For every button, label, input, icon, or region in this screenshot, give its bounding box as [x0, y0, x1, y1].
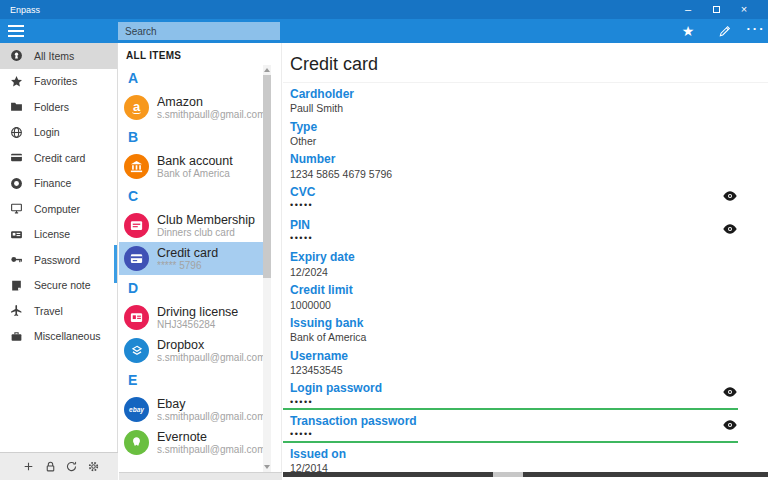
list-item-ebay[interactable]: ebay Ebay s.smithpaull@gmail.com: [119, 393, 263, 426]
detail-horizontal-scrollbar-track-gap: [493, 472, 523, 477]
reveal-eye-icon[interactable]: [722, 223, 738, 235]
sidebar: All Items Favorites Folders Login Credit…: [0, 43, 118, 452]
list-item-amazon[interactable]: a Amazon s.smithpaull@gmail.com: [119, 91, 263, 124]
field-cvc: CVC •••••: [290, 185, 738, 218]
scrollbar-up-arrow[interactable]: [264, 68, 270, 72]
field-issuing-bank: Issuing bank Bank of America: [290, 316, 738, 349]
field-value: Paull Smith: [290, 102, 738, 115]
item-title: Club Membership: [157, 213, 255, 227]
sidebar-item-label: Password: [34, 254, 80, 266]
note-icon: [10, 279, 23, 292]
sidebar-item-label: Credit card: [34, 152, 85, 164]
field-value: 1000000: [290, 299, 738, 312]
item-subtitle: s.smithpaull@gmail.com: [157, 352, 263, 364]
field-label: Issued on: [290, 447, 738, 461]
item-title: Dropbox: [157, 338, 263, 352]
item-subtitle: Bank of America: [157, 168, 233, 180]
item-title: Credit card: [157, 246, 218, 260]
close-button[interactable]: ×: [730, 0, 758, 19]
folder-icon: [10, 100, 23, 113]
detail-horizontal-scrollbar[interactable]: [283, 472, 768, 477]
field-value: 123453545: [290, 364, 738, 377]
field-value: 12/2024: [290, 266, 738, 279]
key-icon: [10, 253, 23, 266]
list-item-evernote[interactable]: Evernote s.smithpaull@gmail.com: [119, 426, 263, 459]
password-underline: [283, 408, 738, 410]
ebay-icon: ebay: [124, 397, 149, 422]
sidebar-item-label: Finance: [34, 177, 71, 189]
sidebar-item-license[interactable]: License: [0, 222, 117, 248]
scrollbar-down-arrow[interactable]: [264, 465, 270, 469]
sidebar-item-miscellaneous[interactable]: Miscellaneous: [0, 324, 117, 350]
credit-card-item-icon: [124, 246, 149, 271]
detail-panel: Credit card Cardholder Paull Smith Type …: [283, 43, 768, 480]
list-item-driving-license[interactable]: Driving license NHJ3456284: [119, 301, 263, 334]
license-icon: [10, 228, 23, 241]
field-label: Credit limit: [290, 283, 738, 297]
detail-fields: Cardholder Paull Smith Type Other Number…: [283, 83, 738, 479]
maximize-button[interactable]: [702, 0, 730, 19]
hamburger-menu-icon[interactable]: [8, 25, 24, 37]
sidebar-footer-bar: [0, 452, 118, 480]
dropbox-icon: [124, 338, 149, 363]
amazon-icon: a: [124, 95, 149, 120]
field-value: 1234 5865 4679 5796: [290, 168, 738, 181]
sidebar-item-travel[interactable]: Travel: [0, 298, 117, 324]
list-item-credit-card[interactable]: Credit card ***** 5796: [119, 242, 263, 275]
add-icon[interactable]: [22, 460, 35, 473]
sidebar-item-all-items[interactable]: All Items: [0, 43, 117, 69]
list-scrollbar-thumb[interactable]: [263, 75, 271, 278]
sidebar-item-label: Favorites: [34, 75, 77, 87]
more-options-icon[interactable]: ···: [746, 22, 766, 40]
field-type: Type Other: [290, 120, 738, 153]
sidebar-item-label: Login: [34, 126, 60, 138]
field-label: Transaction password: [290, 414, 738, 428]
sidebar-item-label: Secure note: [34, 279, 91, 291]
minimize-button[interactable]: –: [674, 0, 702, 19]
monitor-icon: [10, 202, 23, 215]
list-item-dropbox[interactable]: Dropbox s.smithpaull@gmail.com: [119, 334, 263, 367]
list-item-bank-account[interactable]: Bank account Bank of America: [119, 150, 263, 183]
field-label: Number: [290, 152, 738, 166]
search-input[interactable]: [118, 22, 280, 40]
settings-gear-icon[interactable]: [87, 460, 100, 473]
coin-icon: [10, 177, 23, 190]
sidebar-item-computer[interactable]: Computer: [0, 196, 117, 222]
field-label: PIN: [290, 218, 738, 232]
field-label: Type: [290, 120, 738, 134]
field-value-masked: •••••: [290, 233, 738, 244]
reveal-eye-icon[interactable]: [722, 190, 738, 202]
membership-card-icon: [124, 213, 149, 238]
item-subtitle: s.smithpaull@gmail.com: [157, 109, 263, 121]
field-label: Issuing bank: [290, 316, 738, 330]
sidebar-item-credit-card[interactable]: Credit card: [0, 145, 117, 171]
bank-icon: [124, 154, 149, 179]
sidebar-item-finance[interactable]: Finance: [0, 171, 117, 197]
lock-icon[interactable]: [44, 460, 57, 473]
list-item-club-membership[interactable]: Club Membership Dinners club card: [119, 209, 263, 242]
list-scrollbar[interactable]: [263, 65, 271, 472]
edit-pencil-icon[interactable]: [715, 22, 735, 40]
field-transaction-password: Transaction password •••••: [290, 414, 738, 447]
sidebar-scrollbar-thumb[interactable]: [114, 245, 117, 283]
sidebar-item-folders[interactable]: Folders: [0, 94, 117, 120]
sync-icon[interactable]: [65, 460, 78, 473]
item-subtitle: NHJ3456284: [157, 319, 238, 331]
section-letter: B: [119, 124, 281, 150]
reveal-eye-icon[interactable]: [722, 419, 738, 431]
section-letter: E: [119, 367, 281, 393]
field-label: Login password: [290, 381, 738, 395]
sidebar-item-password[interactable]: Password: [0, 247, 117, 273]
favorite-star-icon[interactable]: ★: [678, 22, 698, 40]
sidebar-item-label: Folders: [34, 101, 69, 113]
sidebar-item-favorites[interactable]: Favorites: [0, 69, 117, 95]
sidebar-item-secure-note[interactable]: Secure note: [0, 273, 117, 299]
list-header: ALL ITEMS: [119, 43, 281, 65]
section-letter: C: [119, 183, 281, 209]
field-label: CVC: [290, 185, 738, 199]
reveal-eye-icon[interactable]: [722, 386, 738, 398]
detail-title: Credit card: [283, 43, 768, 83]
plane-icon: [10, 304, 23, 317]
sidebar-item-login[interactable]: Login: [0, 120, 117, 146]
field-value: Other: [290, 135, 738, 148]
